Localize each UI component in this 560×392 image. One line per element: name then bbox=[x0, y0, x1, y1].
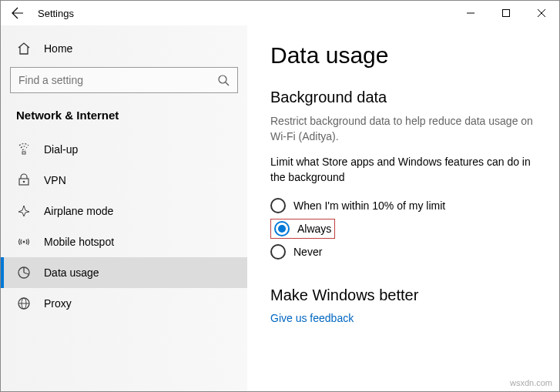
background-data-heading: Background data bbox=[270, 89, 536, 106]
nav-label: Mobile hotspot bbox=[44, 236, 114, 248]
home-icon bbox=[16, 42, 32, 55]
nav-label: Airplane mode bbox=[44, 205, 113, 217]
nav-label: VPN bbox=[44, 174, 66, 186]
datausage-icon bbox=[16, 266, 32, 280]
radio-option-always[interactable]: Always bbox=[270, 219, 335, 239]
radio-icon bbox=[270, 198, 286, 213]
home-nav[interactable]: Home bbox=[1, 33, 247, 64]
maximize-button[interactable] bbox=[488, 1, 524, 25]
minimize-button[interactable] bbox=[453, 1, 488, 25]
radio-label: Never bbox=[293, 246, 322, 258]
sidebar: Home Network & Internet Dial-up bbox=[1, 25, 247, 391]
watermark: wsxdn.com bbox=[510, 378, 552, 387]
svg-line-5 bbox=[226, 82, 229, 85]
background-data-sub: Limit what Store apps and Windows featur… bbox=[270, 155, 536, 185]
feedback-heading: Make Windows better bbox=[270, 286, 536, 304]
maximize-icon bbox=[502, 9, 510, 17]
close-button[interactable] bbox=[524, 1, 559, 25]
radio-label: When I'm within 10% of my limit bbox=[293, 199, 445, 212]
nav-item-datausage[interactable]: Data usage bbox=[1, 257, 247, 288]
nav-item-hotspot[interactable]: Mobile hotspot bbox=[1, 226, 247, 257]
svg-rect-6 bbox=[22, 152, 25, 154]
airplane-icon bbox=[16, 204, 32, 218]
nav-label: Proxy bbox=[44, 297, 72, 310]
window-title: Settings bbox=[35, 8, 453, 19]
radio-option-never[interactable]: Never bbox=[270, 239, 536, 265]
close-icon bbox=[538, 9, 545, 17]
arrow-left-icon bbox=[12, 7, 24, 19]
svg-rect-1 bbox=[503, 10, 510, 17]
svg-point-9 bbox=[23, 241, 25, 243]
nav-item-vpn[interactable]: VPN bbox=[1, 165, 247, 196]
dialup-icon bbox=[16, 142, 32, 156]
radio-label: Always bbox=[297, 223, 331, 235]
nav-label: Data usage bbox=[44, 266, 99, 279]
radio-icon bbox=[270, 244, 286, 260]
titlebar: Settings bbox=[1, 1, 559, 25]
search-icon bbox=[217, 74, 230, 86]
nav-item-dialup[interactable]: Dial-up bbox=[1, 134, 247, 165]
content-area: Data usage Background data Restrict back… bbox=[247, 25, 559, 391]
minimize-icon bbox=[467, 9, 474, 17]
feedback-link[interactable]: Give us feedback bbox=[270, 312, 536, 324]
nav-item-airplane[interactable]: Airplane mode bbox=[1, 196, 247, 226]
back-button[interactable] bbox=[1, 1, 35, 25]
nav-label: Dial-up bbox=[44, 143, 78, 156]
vpn-icon bbox=[16, 173, 32, 187]
search-field[interactable] bbox=[18, 74, 217, 86]
svg-point-8 bbox=[23, 181, 25, 183]
svg-point-4 bbox=[219, 75, 226, 83]
radio-icon bbox=[274, 221, 290, 236]
radio-option-limit[interactable]: When I'm within 10% of my limit bbox=[270, 193, 536, 219]
page-title: Data usage bbox=[270, 42, 536, 69]
hotspot-icon bbox=[16, 235, 32, 249]
background-data-desc: Restrict background data to help reduce … bbox=[270, 114, 536, 144]
nav-item-proxy[interactable]: Proxy bbox=[1, 288, 247, 319]
home-label: Home bbox=[44, 42, 72, 55]
search-input[interactable] bbox=[10, 67, 238, 93]
section-heading: Network & Internet bbox=[1, 102, 247, 134]
proxy-icon bbox=[16, 297, 32, 310]
